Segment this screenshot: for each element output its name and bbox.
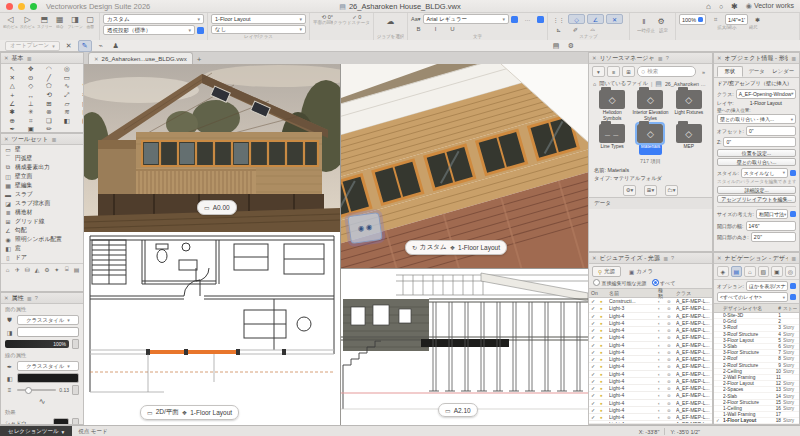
round-wall-tool[interactable]: ⌒円弧壁 bbox=[1, 154, 83, 163]
Light-4[interactable]: Light-4 A_EF-MEP-L... bbox=[589, 371, 712, 378]
close-icon[interactable] bbox=[4, 136, 9, 142]
nav-stories-icon[interactable]: ⌂ bbox=[744, 266, 756, 277]
light-on-checkbox[interactable] bbox=[591, 327, 600, 333]
line-tool[interactable]: ╱ bbox=[40, 74, 58, 83]
slab-tool[interactable]: ▬スラブ bbox=[1, 190, 83, 199]
scale-input[interactable]: 1/4"=1' bbox=[725, 14, 748, 25]
opacity-stepper[interactable] bbox=[72, 339, 79, 349]
text-style-button[interactable]: I bbox=[428, 25, 443, 33]
elevation-sheet-badge[interactable]: A2.10 bbox=[438, 403, 478, 417]
set-position-button[interactable]: 位置を設定... bbox=[717, 149, 796, 157]
rotate-tool[interactable]: ⟲ bbox=[40, 91, 58, 100]
close-icon[interactable] bbox=[592, 55, 597, 61]
view-options-toggle[interactable] bbox=[790, 294, 796, 300]
burst-tool[interactable]: ✳ bbox=[22, 108, 41, 117]
projection-toggle[interactable] bbox=[197, 27, 204, 34]
Light-4[interactable]: Light-4 A_EF-MEP-L... bbox=[589, 327, 712, 334]
fit-view-icon[interactable]: ⌗ bbox=[708, 16, 723, 24]
resource-folder[interactable]: Line Types bbox=[593, 124, 631, 155]
wall-tool[interactable]: ▭壁 bbox=[1, 145, 83, 154]
opening-height-input[interactable]: 2'0" bbox=[751, 232, 796, 242]
move-by-points-tool[interactable]: ✥ bbox=[22, 65, 41, 74]
framing-member-tool[interactable]: ≣構造材 bbox=[1, 208, 83, 217]
line-style-dropdown[interactable]: クラススタイル bbox=[17, 361, 79, 371]
resource-folder[interactable]: Light Fixtures bbox=[670, 90, 708, 121]
render-sheet-badge[interactable]: A0.00 bbox=[197, 200, 237, 215]
light-on-checkbox[interactable] bbox=[591, 414, 600, 420]
line-color-swatch[interactable] bbox=[17, 373, 79, 383]
help-icon[interactable] bbox=[666, 55, 669, 61]
class-dropdown[interactable]: A_EF-Opening-Window bbox=[736, 89, 796, 99]
reference-settings-icon[interactable]: ✱ bbox=[750, 16, 765, 24]
font-size-icon[interactable]: Aa▾ bbox=[411, 16, 421, 22]
wave-tool[interactable]: ≋ bbox=[58, 108, 76, 117]
toolset-category-icon[interactable]: ⛁ bbox=[23, 265, 32, 274]
light-on-checkbox[interactable] bbox=[591, 363, 600, 369]
Light-4[interactable]: Light-4 A_EF-MEP-L... bbox=[589, 349, 712, 356]
Light-4[interactable]: Light-4 A_EF-MEP-L... bbox=[589, 407, 712, 414]
z-input[interactable]: 0" bbox=[723, 137, 796, 147]
Light-4[interactable]: Light-4 A_EF-MEP-L... bbox=[589, 378, 712, 385]
Light-4[interactable]: Light-4 A_EF-MEP-L... bbox=[589, 400, 712, 407]
elevation-pane[interactable]: A2.10 bbox=[341, 269, 588, 425]
nav-design-layers-icon[interactable]: ▤ bbox=[731, 266, 743, 277]
pencil-tool[interactable]: ✏ bbox=[40, 125, 58, 133]
Constructi...[interactable]: Constructi... A_EF-MEP-L... bbox=[589, 298, 712, 305]
close-tab-icon[interactable] bbox=[94, 56, 99, 62]
tile-tool[interactable]: ⌗ bbox=[22, 117, 41, 126]
light-on-checkbox[interactable] bbox=[591, 313, 600, 319]
light-on-checkbox[interactable] bbox=[591, 298, 600, 304]
toolset-category-icon[interactable]: ⌸ bbox=[62, 265, 71, 274]
fill-opacity-bar[interactable]: 100% bbox=[5, 340, 69, 348]
light-on-checkbox[interactable] bbox=[591, 356, 600, 362]
toolset-category-icon[interactable]: ◭ bbox=[33, 265, 42, 274]
selection-tool[interactable]: ↖ bbox=[3, 65, 22, 74]
resource-folder[interactable]: Materials bbox=[631, 124, 669, 155]
toolset-category-icon[interactable]: ▤ bbox=[72, 265, 81, 274]
palette-menu-icon[interactable] bbox=[791, 255, 796, 262]
fill-style-dropdown[interactable]: クラススタイル bbox=[17, 315, 79, 325]
tab-cameras[interactable]: カメラ bbox=[623, 266, 659, 277]
search-icon[interactable] bbox=[719, 2, 723, 11]
mode-settings-icon[interactable]: ⚙ bbox=[565, 41, 577, 51]
close-icon[interactable] bbox=[717, 255, 722, 261]
style-toggle[interactable] bbox=[790, 170, 796, 176]
toolbar-settings-icon[interactable]: ⚙ bbox=[654, 14, 669, 28]
component-output-tool[interactable]: ⧉構成要素出力 bbox=[1, 163, 83, 172]
window-tool[interactable]: ◧窓 bbox=[1, 244, 83, 253]
Light-4[interactable]: Light-4 A_EF-MEP-L... bbox=[589, 334, 712, 341]
prev-view-button[interactable]: ◁前のビュー bbox=[3, 14, 18, 29]
resize-tool[interactable]: ↔ bbox=[22, 91, 41, 100]
lighting-symbol-tool[interactable]: ◉照明シンボル配置 bbox=[1, 235, 83, 244]
fit-plane-button[interactable]: ◨プレーン bbox=[68, 14, 83, 29]
zoom-window-button[interactable] bbox=[30, 3, 37, 10]
active-class-dropdown[interactable]: なし bbox=[211, 25, 306, 35]
Light-4[interactable]: Light-4 A_EF-MEP-L... bbox=[589, 414, 712, 421]
unified-view-button[interactable]: ▦統合 bbox=[54, 14, 66, 29]
split-tool[interactable]: ◧ bbox=[58, 117, 76, 126]
Light-4[interactable]: Light-4 A_EF-MEP-L... bbox=[589, 363, 712, 370]
pause-icon[interactable]: ‖ bbox=[637, 14, 652, 28]
nav-viewports-icon[interactable]: ▣ bbox=[771, 266, 783, 277]
folder-view-dropdown[interactable]: ▾ bbox=[592, 66, 605, 77]
perpendicular-tool[interactable]: ⊥ bbox=[22, 99, 41, 108]
resource-new-icon[interactable]: ⊞▾ bbox=[644, 185, 657, 196]
light-on-checkbox[interactable] bbox=[591, 385, 600, 391]
toolset-category-icon[interactable]: ⌂ bbox=[3, 265, 12, 274]
wall-edit-tool[interactable]: ▦壁編集 bbox=[1, 181, 83, 190]
slab-drainage-tool[interactable]: ◪スラブ排水面 bbox=[1, 199, 83, 208]
mode-grid-icon[interactable]: ▤ bbox=[550, 41, 562, 51]
palette-menu-icon[interactable] bbox=[51, 136, 56, 143]
Light-4[interactable]: Light-4 A_EF-MEP-L... bbox=[589, 313, 712, 320]
Light-3[interactable]: Light-3 A_EF-MEP-L... bbox=[589, 305, 712, 312]
fill-bucket-icon[interactable]: ⛊ bbox=[5, 316, 14, 324]
target-tool[interactable]: ⊚ bbox=[40, 108, 58, 117]
text-more-button[interactable]: … bbox=[520, 15, 535, 23]
close-icon[interactable] bbox=[4, 295, 9, 301]
next-view-button[interactable]: ▷次のビュー bbox=[20, 14, 35, 29]
circle-tool[interactable]: ○ bbox=[76, 74, 84, 83]
font-toggle[interactable] bbox=[511, 16, 518, 23]
close-icon[interactable] bbox=[717, 55, 722, 61]
close-icon[interactable] bbox=[592, 255, 597, 261]
offset-tool[interactable]: ◫ bbox=[76, 99, 84, 108]
